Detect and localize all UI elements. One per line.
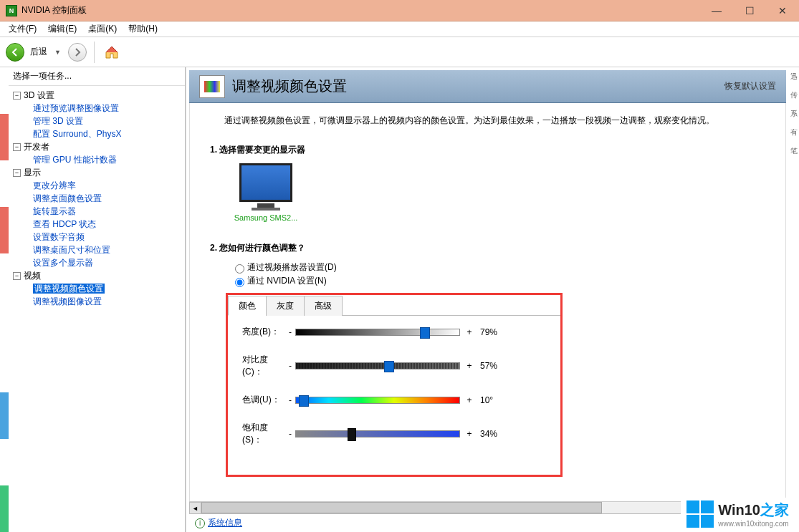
- radio-input[interactable]: [235, 264, 244, 274]
- menu-file[interactable]: 文件(F): [3, 21, 42, 37]
- tree-item[interactable]: 通过预览调整图像设置: [33, 103, 119, 113]
- tab-gamma[interactable]: 灰度: [266, 296, 305, 316]
- minus-icon[interactable]: -: [285, 429, 295, 439]
- plus-icon[interactable]: +: [464, 395, 474, 405]
- slider-label: 对比度(C)：: [242, 354, 285, 378]
- back-dropdown-icon[interactable]: ▼: [54, 49, 61, 56]
- maximize-button[interactable]: ☐: [733, 0, 766, 21]
- radio-input[interactable]: [235, 278, 244, 287]
- scroll-thumb[interactable]: [201, 502, 602, 513]
- left-color-strip: [0, 67, 9, 532]
- task-tree: −3D 设置 通过预览调整图像设置 管理 3D 设置 配置 Surround、P…: [9, 86, 185, 532]
- menu-edit[interactable]: 编辑(E): [42, 21, 82, 37]
- tree-toggle[interactable]: −: [13, 169, 21, 177]
- sidebar: 选择一项任务... −3D 设置 通过预览调整图像设置 管理 3D 设置 配置 …: [9, 67, 186, 532]
- tree-group-dev[interactable]: 开发者: [24, 140, 49, 153]
- slider-label: 色调(U)：: [242, 394, 285, 406]
- minus-icon[interactable]: -: [285, 395, 295, 405]
- slider-row: 色调(U)：-+10°: [242, 394, 553, 406]
- main-header: 调整视频颜色设置 恢复默认设置: [189, 70, 786, 103]
- scroll-left-icon[interactable]: ◄: [189, 502, 201, 514]
- tree-item[interactable]: 管理 GPU 性能计数器: [33, 155, 117, 165]
- tree-item[interactable]: 更改分辨率: [33, 180, 76, 190]
- tabs: 颜色 灰度 高级: [228, 295, 560, 316]
- tree-item-selected[interactable]: 调整视频颜色设置: [33, 284, 105, 294]
- page-title: 调整视频颜色设置: [232, 77, 724, 96]
- toolbar: 后退 ▼: [0, 37, 799, 67]
- slider-thumb[interactable]: [299, 395, 309, 407]
- watermark: Win10之家 www.win10xitong.com: [681, 498, 795, 531]
- toolbar-separator: [94, 42, 95, 63]
- window-title: NVIDIA 控制面板: [21, 4, 700, 16]
- brand-url: www.win10xitong.com: [718, 520, 789, 528]
- radio-label: 通过 NVIDIA 设置(N): [247, 275, 327, 287]
- tree-group-3d[interactable]: 3D 设置: [24, 89, 54, 102]
- brand-en: Win10: [718, 502, 760, 518]
- tree-item[interactable]: 旋转显示器: [33, 206, 76, 216]
- menu-help[interactable]: 帮助(H): [123, 21, 163, 37]
- tree-item[interactable]: 管理 3D 设置: [33, 116, 83, 126]
- titlebar: N NVIDIA 控制面板 ― ☐ ✕: [0, 0, 799, 21]
- description-text: 通过调整视频颜色设置，可微调显示器上的视频内容的颜色设置。为达到最佳效果，一边播…: [224, 115, 771, 127]
- back-button[interactable]: [6, 43, 24, 62]
- tree-toggle[interactable]: −: [13, 92, 21, 100]
- display-selector[interactable]: Samsung SMS2...: [231, 163, 300, 222]
- slider-value: 34%: [480, 429, 513, 439]
- minus-icon[interactable]: -: [285, 327, 295, 337]
- tree-item[interactable]: 调整桌面颜色设置: [33, 193, 102, 203]
- app-icon: N: [6, 5, 17, 16]
- slider-label: 饱和度(S)：: [242, 422, 285, 446]
- slider-thumb[interactable]: [420, 327, 430, 339]
- plus-icon[interactable]: +: [464, 327, 474, 337]
- minus-icon[interactable]: -: [285, 361, 295, 371]
- plus-icon[interactable]: +: [464, 429, 474, 439]
- tree-group-video[interactable]: 视频: [24, 269, 41, 282]
- radio-label: 通过视频播放器设置(D): [247, 261, 337, 274]
- tree-item[interactable]: 查看 HDCP 状态: [33, 219, 96, 229]
- plus-icon[interactable]: +: [464, 361, 474, 371]
- monitor-icon: [239, 163, 292, 202]
- tree-item[interactable]: 调整桌面尺寸和位置: [33, 245, 110, 255]
- menu-desktop[interactable]: 桌面(K): [82, 21, 123, 37]
- right-strip: 迅传系有笔: [789, 67, 799, 532]
- slider-thumb[interactable]: [384, 361, 394, 372]
- slider-value: 79%: [480, 327, 513, 337]
- tab-advanced[interactable]: 高级: [304, 296, 343, 316]
- radio-nvidia-settings[interactable]: 通过 NVIDIA 设置(N): [231, 275, 771, 287]
- forward-button[interactable]: [68, 43, 87, 62]
- tree-item[interactable]: 调整视频图像设置: [33, 296, 102, 306]
- slider-track[interactable]: [295, 329, 460, 336]
- minimize-button[interactable]: ―: [700, 0, 733, 21]
- tree-item[interactable]: 设置多个显示器: [33, 258, 93, 268]
- radio-player-settings[interactable]: 通过视频播放器设置(D): [231, 261, 771, 274]
- slider-row: 饱和度(S)：-+34%: [242, 422, 553, 446]
- tree-toggle[interactable]: −: [13, 272, 21, 280]
- main-body: 通过调整视频颜色设置，可微调显示器上的视频内容的颜色设置。为达到最佳效果，一边播…: [189, 103, 786, 501]
- slider-value: 10°: [480, 395, 513, 405]
- slider-track[interactable]: [295, 397, 460, 404]
- slider-value: 57%: [480, 361, 513, 371]
- tree-group-display[interactable]: 显示: [24, 166, 41, 179]
- tab-color[interactable]: 颜色: [228, 296, 267, 316]
- tree-item[interactable]: 配置 Surround、PhysX: [33, 129, 121, 139]
- slider-track[interactable]: [295, 430, 460, 437]
- system-info-link[interactable]: 系统信息: [208, 517, 242, 529]
- slider-row: 对比度(C)：-+57%: [242, 354, 553, 378]
- tree-item[interactable]: 设置数字音频: [33, 232, 85, 242]
- header-icon: [199, 75, 225, 98]
- step2-title: 2. 您如何进行颜色调整？: [210, 242, 771, 254]
- slider-thumb[interactable]: [348, 428, 356, 441]
- highlight-box: 颜色 灰度 高级 亮度(B)：-+79%对比度(C)：-+57%色调(U)：-+…: [226, 293, 563, 477]
- restore-defaults-link[interactable]: 恢复默认设置: [724, 80, 776, 92]
- brand-zh: 之家: [760, 502, 789, 518]
- info-icon: i: [195, 518, 205, 528]
- main-panel: 调整视频颜色设置 恢复默认设置 通过调整视频颜色设置，可微调显示器上的视频内容的…: [186, 67, 789, 532]
- home-button[interactable]: [102, 42, 122, 62]
- step1-title: 1. 选择需要变更的显示器: [210, 144, 771, 156]
- close-button[interactable]: ✕: [766, 0, 799, 21]
- slider-label: 亮度(B)：: [242, 326, 285, 338]
- slider-track[interactable]: [295, 362, 460, 369]
- windows-logo-icon: [686, 500, 714, 528]
- sidebar-header: 选择一项任务...: [9, 67, 185, 86]
- tree-toggle[interactable]: −: [13, 143, 21, 151]
